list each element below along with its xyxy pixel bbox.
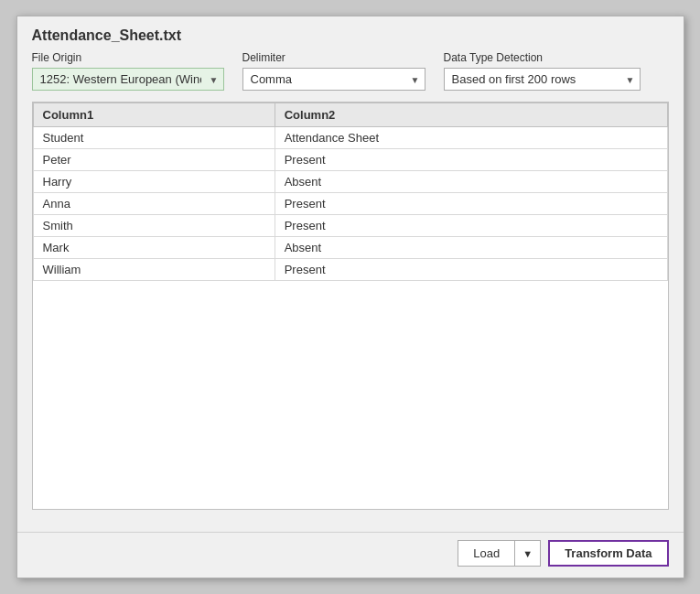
table-cell: William [33, 259, 275, 281]
data-table: Column1Column2 StudentAttendance SheetPe… [33, 103, 668, 281]
dialog-container: Attendance_Sheet.txt File Origin 1252: W… [16, 16, 684, 578]
dialog-content: File Origin 1252: Western European (Wind… [17, 51, 684, 532]
table-cell: Present [275, 193, 667, 215]
table-row: PeterPresent [33, 149, 667, 171]
table-row: SmithPresent [33, 215, 667, 237]
load-button[interactable]: Load [458, 540, 514, 567]
table-cell: Peter [33, 149, 275, 171]
table-cell: Mark [33, 237, 275, 259]
column-header: Column2 [275, 103, 667, 127]
table-body: StudentAttendance SheetPeterPresentHarry… [33, 127, 667, 281]
delimiter-wrapper: Comma ▼ [242, 68, 425, 91]
file-origin-wrapper: 1252: Western European (Windows) ▼ [32, 68, 224, 91]
transform-data-button[interactable]: Transform Data [548, 540, 668, 567]
delimiter-select[interactable]: Comma [242, 68, 425, 91]
load-button-group: Load ▼ [458, 540, 541, 567]
dialog-footer: Load ▼ Transform Data [17, 532, 684, 578]
detection-select[interactable]: Based on first 200 rows [444, 68, 641, 91]
table-row: MarkAbsent [33, 237, 667, 259]
file-origin-label: File Origin [32, 51, 224, 64]
detection-label: Data Type Detection [444, 51, 641, 64]
table-cell: Anna [33, 193, 275, 215]
file-origin-select[interactable]: 1252: Western European (Windows) [32, 68, 224, 91]
detection-group: Data Type Detection Based on first 200 r… [444, 51, 641, 91]
table-cell: Present [275, 259, 667, 281]
table-cell: Absent [275, 237, 667, 259]
table-row: WilliamPresent [33, 259, 667, 281]
header-row: Column1Column2 [33, 103, 667, 127]
detection-wrapper: Based on first 200 rows ▼ [444, 68, 641, 91]
table-row: HarryAbsent [33, 171, 667, 193]
load-dropdown-button[interactable]: ▼ [514, 540, 541, 567]
table-cell: Present [275, 215, 667, 237]
controls-row: File Origin 1252: Western European (Wind… [32, 51, 669, 91]
table-cell: Harry [33, 171, 275, 193]
delimiter-group: Delimiter Comma ▼ [242, 51, 425, 91]
table-header: Column1Column2 [33, 103, 667, 127]
delimiter-label: Delimiter [242, 51, 425, 64]
column-header: Column1 [33, 103, 275, 127]
table-cell: Present [275, 149, 667, 171]
table-cell: Student [33, 127, 275, 149]
table-cell: Smith [33, 215, 275, 237]
table-cell: Attendance Sheet [275, 127, 667, 149]
data-table-container: Column1Column2 StudentAttendance SheetPe… [32, 102, 669, 510]
table-row: AnnaPresent [33, 193, 667, 215]
file-origin-group: File Origin 1252: Western European (Wind… [32, 51, 224, 91]
dialog-title: Attendance_Sheet.txt [17, 16, 684, 51]
table-cell: Absent [275, 171, 667, 193]
table-row: StudentAttendance Sheet [33, 127, 667, 149]
